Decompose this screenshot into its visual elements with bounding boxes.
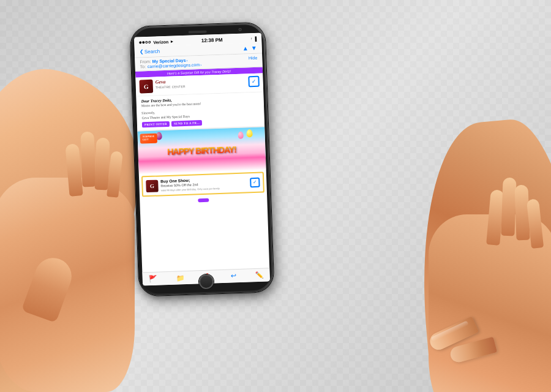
chevron-right-icon: › (186, 58, 187, 62)
surprise-badge: SURPRISEGIFT (140, 134, 157, 144)
front-camera (239, 28, 242, 31)
check-badge: ✓ (248, 76, 260, 88)
phone-body: Verizon ▸ 12:38 PM ↑ ▐ ❮ Search (130, 22, 274, 296)
back-button[interactable]: ❮ Search (140, 48, 160, 55)
letter-sign-1: Sincerely, (141, 110, 155, 115)
phone-inner: Verizon ▸ 12:38 PM ↑ ▐ ❮ Search (132, 24, 272, 294)
from-label: From: (140, 59, 151, 64)
to-chevron-icon: › (200, 62, 201, 66)
phone: Verizon ▸ 12:38 PM ↑ ▐ ❮ Search (130, 22, 274, 296)
dot-3 (145, 41, 148, 43)
to-label: To: (140, 64, 146, 69)
balloon-pink (238, 132, 243, 139)
status-time: 12:38 PM (201, 37, 223, 43)
back-chevron-icon: ❮ (140, 49, 144, 55)
folder-icon[interactable]: 📁 (176, 274, 184, 282)
home-button[interactable] (199, 274, 214, 289)
letter-sign-2: Geva Theatre and My Special Days (141, 115, 189, 120)
offer-text: Buy One Show; Receive 50% Off the 2nd Va… (160, 176, 248, 192)
flag-icon[interactable]: 🚩 (149, 275, 157, 283)
offer-logo (146, 179, 159, 192)
scroll-indicator (198, 198, 209, 202)
speaker (189, 31, 207, 34)
down-arrow-icon[interactable]: ▼ (251, 45, 257, 51)
carrier-area: Verizon ▸ (139, 39, 173, 45)
dot-1 (139, 41, 141, 43)
reply-icon[interactable]: ↩ (231, 272, 236, 280)
up-arrow-icon[interactable]: ▲ (242, 45, 249, 51)
signal-dots (139, 41, 151, 44)
battery-icon: ▐ (253, 36, 257, 40)
happy-birthday-text: HAPPY BIRTHDAY! (167, 145, 236, 157)
scene: Verizon ▸ 12:38 PM ↑ ▐ ❮ Search (0, 0, 551, 392)
dot-4 (148, 41, 151, 43)
geva-logo (139, 80, 153, 94)
back-label: Search (144, 48, 160, 55)
send-to-friend-button[interactable]: SEND TO A FR... (171, 120, 202, 127)
print-offer-button[interactable]: PRINT OFFER (142, 121, 170, 128)
offer-section: Buy One Show; Receive 50% Off the 2nd Va… (141, 172, 264, 197)
email-content: Here's a Surprise Gift for you Tracey De… (135, 67, 269, 272)
finger-left-2 (80, 132, 96, 187)
wifi-icon: ▸ (171, 39, 173, 44)
finger-right-2 (501, 178, 516, 236)
hide-button[interactable]: Hide (249, 56, 258, 60)
birthday-section: HAPPY BIRTHDAY! SURPRISEGIFT (137, 127, 266, 175)
balloon-yellow (246, 129, 252, 137)
carrier-name: Verizon (153, 39, 168, 44)
compose-icon[interactable]: ✏️ (255, 271, 263, 279)
letter-area: Dear Tracey Deitz, Moms are the best and… (136, 92, 264, 131)
nav-arrows: ▲ ▼ (242, 45, 257, 52)
geva-text-area: Geva Theatre Center (155, 76, 246, 89)
check-icon: ✓ (251, 78, 256, 84)
status-icons: ↑ ▐ (250, 36, 257, 40)
dot-2 (142, 41, 144, 43)
offer-check-badge: ✓ (250, 178, 260, 188)
location-icon: ↑ (250, 37, 252, 40)
phone-screen: Verizon ▸ 12:38 PM ↑ ▐ ❮ Search (134, 32, 270, 285)
offer-check-icon: ✓ (253, 179, 257, 185)
